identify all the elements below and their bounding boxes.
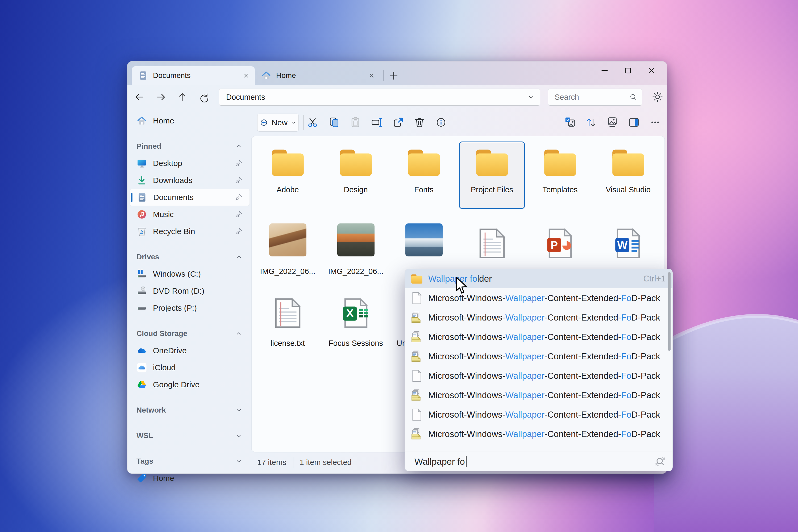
paste-button[interactable] bbox=[347, 114, 364, 131]
suggestion-text: Microsoft-Windows-Wallpaper-Content-Exte… bbox=[428, 332, 672, 342]
share-button[interactable] bbox=[390, 114, 407, 131]
details-pane-button[interactable] bbox=[625, 114, 642, 131]
pin-icon bbox=[235, 159, 243, 167]
close-button[interactable] bbox=[640, 63, 663, 78]
up-button[interactable] bbox=[175, 90, 190, 104]
sidebar-item[interactable]: Home bbox=[130, 112, 250, 129]
rename-icon bbox=[371, 116, 383, 128]
tab-bar: Documents Home bbox=[128, 61, 667, 85]
sidebar-item[interactable]: WSL bbox=[130, 427, 250, 444]
file-item[interactable]: Adobe bbox=[255, 141, 321, 209]
sidebar-item[interactable]: Pinned bbox=[130, 138, 250, 155]
tab[interactable]: Home bbox=[255, 66, 380, 85]
chev-down-icon[interactable] bbox=[235, 406, 243, 414]
file-item[interactable]: Project Files bbox=[459, 141, 525, 209]
search-suggestion[interactable]: Microsoft-Windows-Wallpaper-Content-Exte… bbox=[405, 308, 672, 327]
sidebar-item[interactable]: DVD Rom (D:) bbox=[130, 283, 250, 300]
shortcut-badge: Ctrl+1 bbox=[643, 274, 666, 284]
cab-icon bbox=[411, 428, 423, 440]
drive-icon bbox=[136, 303, 147, 314]
forward-button[interactable] bbox=[153, 90, 168, 104]
popup-scrollbar[interactable] bbox=[668, 272, 670, 351]
close-tab-icon[interactable] bbox=[242, 72, 250, 79]
sidebar-item[interactable]: Recycle Bin bbox=[130, 223, 250, 240]
back-button[interactable] bbox=[132, 90, 147, 104]
address-bar[interactable]: Documents bbox=[219, 89, 540, 106]
ppt-icon: P bbox=[543, 227, 578, 260]
sidebar-item[interactable]: Documents bbox=[130, 189, 250, 206]
search-suggestion[interactable]: Microsoft-Windows-Wallpaper-Content-Exte… bbox=[405, 366, 672, 385]
file-item[interactable]: Visual Studio bbox=[595, 141, 661, 209]
rename-button[interactable] bbox=[368, 114, 385, 131]
search-suggestion[interactable]: Microsoft-Windows-Wallpaper-Content-Exte… bbox=[405, 347, 672, 366]
close-tab-icon[interactable] bbox=[367, 72, 376, 79]
file-item[interactable]: IMG_2022_06... bbox=[255, 223, 321, 277]
txtdoc-icon bbox=[270, 297, 305, 329]
sidebar-item[interactable]: Drives bbox=[130, 248, 250, 265]
copy-button[interactable] bbox=[326, 114, 343, 131]
search-suggestion[interactable]: Microsoft-Windows-Wallpaper-Content-Exte… bbox=[405, 327, 672, 347]
selection-indicator bbox=[131, 193, 132, 202]
more-options-button[interactable] bbox=[647, 114, 664, 131]
chev-up-icon[interactable] bbox=[235, 329, 243, 338]
maximize-button[interactable] bbox=[616, 63, 640, 78]
chevron-down-icon bbox=[291, 120, 297, 126]
chevron-down-icon[interactable] bbox=[527, 93, 535, 101]
cab-icon bbox=[411, 311, 423, 324]
chev-up-icon[interactable] bbox=[235, 142, 243, 150]
minimize-button[interactable] bbox=[593, 63, 616, 78]
search-suggestion[interactable]: Microsoft-Windows-Wallpaper-Content-Exte… bbox=[405, 385, 672, 405]
folder-icon bbox=[338, 146, 374, 178]
sidebar-item[interactable]: iCloud bbox=[130, 359, 250, 376]
chev-up-icon[interactable] bbox=[235, 253, 243, 261]
sidebar-item[interactable]: OneDrive bbox=[130, 342, 250, 359]
file-item[interactable]: Fonts bbox=[391, 141, 457, 209]
copy-icon bbox=[328, 116, 340, 128]
settings-button[interactable] bbox=[649, 89, 666, 105]
search-suggestions-popup: Wallpaper folder Ctrl+1 Microsoft-Window… bbox=[404, 269, 673, 471]
sidebar-item[interactable]: Windows (C:) bbox=[130, 265, 250, 283]
suggestion-text: Microsoft-Windows-Wallpaper-Content-Exte… bbox=[428, 352, 672, 361]
gear-icon bbox=[652, 91, 663, 102]
file-item[interactable]: license.txt bbox=[255, 292, 321, 348]
file-item[interactable]: Templates bbox=[527, 141, 593, 209]
refresh-button[interactable] bbox=[196, 90, 211, 104]
sort-button[interactable] bbox=[583, 114, 600, 131]
text-caret bbox=[466, 456, 467, 467]
multiselect-toggle[interactable] bbox=[562, 114, 579, 131]
cut-button[interactable] bbox=[304, 114, 321, 131]
sidebar-item[interactable]: Cloud Storage bbox=[130, 325, 250, 342]
sidebar-item[interactable]: Home bbox=[130, 470, 250, 487]
search-icon bbox=[629, 93, 638, 101]
new-button[interactable]: New bbox=[257, 114, 299, 132]
sidebar-item[interactable]: Desktop bbox=[130, 155, 250, 172]
home-icon bbox=[136, 115, 147, 126]
minimize-icon bbox=[600, 66, 609, 75]
sidebar-item[interactable]: Downloads bbox=[130, 172, 250, 189]
view-button[interactable] bbox=[604, 114, 621, 131]
popup-search-input[interactable]: Wallpaper fo bbox=[414, 455, 648, 469]
tab-separator bbox=[383, 70, 384, 81]
search-placeholder: Search bbox=[555, 93, 629, 101]
delete-button[interactable] bbox=[411, 114, 428, 131]
search-suggestion[interactable]: Wallpaper folder Ctrl+1 bbox=[405, 269, 672, 288]
search-suggestion[interactable]: Microsoft-Windows-Wallpaper-Content-Exte… bbox=[405, 405, 672, 424]
sidebar-item[interactable]: Network bbox=[130, 402, 250, 419]
music-icon bbox=[136, 209, 147, 220]
new-tab-button[interactable] bbox=[388, 70, 400, 82]
chev-down-icon[interactable] bbox=[235, 432, 243, 440]
search-input[interactable]: Search bbox=[548, 89, 642, 106]
search-suggestion[interactable]: Microsoft-Windows-Wallpaper-Content-Exte… bbox=[405, 288, 672, 308]
sidebar-item[interactable]: Tags bbox=[130, 453, 250, 470]
sidebar-item[interactable]: Music bbox=[130, 206, 250, 223]
properties-button[interactable] bbox=[433, 114, 450, 131]
file-item[interactable]: IMG_2022_06... bbox=[323, 223, 388, 277]
file-item[interactable]: Design bbox=[323, 141, 388, 209]
recycle-icon bbox=[136, 226, 147, 237]
file-item[interactable]: X Focus Sessions bbox=[323, 292, 388, 348]
sidebar-item[interactable]: Projects (P:) bbox=[130, 300, 250, 317]
chev-down-icon[interactable] bbox=[235, 457, 243, 465]
sidebar-item[interactable]: Google Drive bbox=[130, 376, 250, 393]
tab[interactable]: Documents bbox=[132, 66, 255, 85]
search-suggestion[interactable]: Microsoft-Windows-Wallpaper-Content-Exte… bbox=[405, 424, 672, 444]
